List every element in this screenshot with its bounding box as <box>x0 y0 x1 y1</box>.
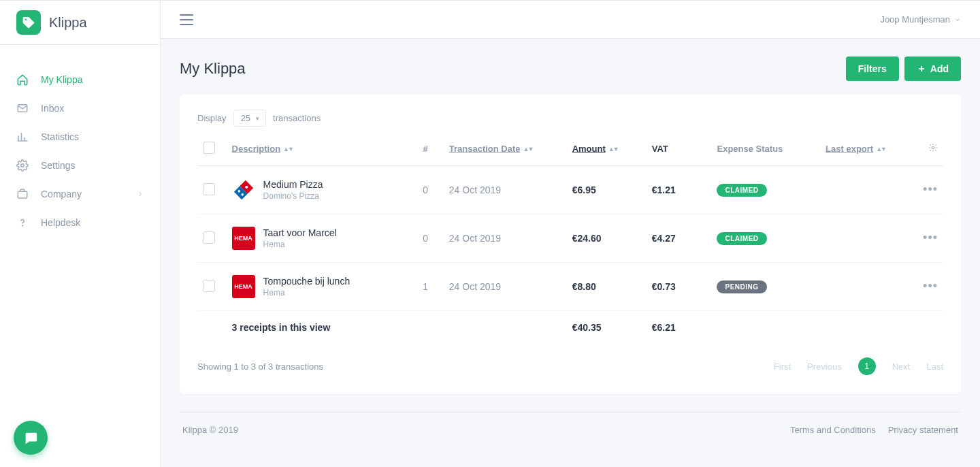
nav: My Klippa Inbox Statistics Settings Comp… <box>0 45 160 237</box>
vendor-logo <box>232 178 255 202</box>
svg-point-0 <box>25 19 27 21</box>
row-last-export <box>820 214 914 263</box>
main: Joop Muntjesman My Klippa Filters Add Di… <box>161 1 980 467</box>
row-subtitle: Hema <box>263 288 350 297</box>
sidebar-item-helpdesk[interactable]: Helpdesk <box>0 208 160 237</box>
sidebar-item-label: My Klippa <box>41 74 144 85</box>
mail-icon <box>16 102 29 114</box>
page-last[interactable]: Last <box>926 361 943 372</box>
page-title: My Klippa <box>180 60 246 78</box>
content: My Klippa Filters Add Display 25 transac… <box>161 39 980 467</box>
vendor-logo: HEMA <box>232 227 255 250</box>
page-number[interactable]: 1 <box>858 357 876 375</box>
terms-link[interactable]: Terms and Conditions <box>790 425 876 435</box>
footer: Klippa © 2019 Terms and Conditions Priva… <box>180 412 961 447</box>
chart-icon <box>16 131 29 143</box>
add-button[interactable]: Add <box>904 57 961 81</box>
sidebar-item-inbox[interactable]: Inbox <box>0 94 160 123</box>
row-last-export <box>820 263 914 311</box>
question-icon <box>16 216 29 229</box>
sort-icon: ▲▼ <box>608 146 618 152</box>
table-row[interactable]: HEMATompouche bij lunchHema124 Oct 2019€… <box>197 263 943 311</box>
row-title: Tompouche bij lunch <box>263 276 350 287</box>
sidebar-item-statistics[interactable]: Statistics <box>0 123 160 151</box>
row-date: 24 Oct 2019 <box>444 166 567 214</box>
chat-icon <box>23 430 38 445</box>
col-header-hash: # <box>408 136 444 166</box>
svg-point-4 <box>22 225 22 226</box>
sidebar: Klippa My Klippa Inbox Statistics Settin… <box>0 1 161 467</box>
pagination: First Previous 1 Next Last <box>774 357 943 375</box>
row-checkbox[interactable] <box>203 183 215 195</box>
row-checkbox[interactable] <box>203 231 215 244</box>
row-title: Medium Pizza <box>263 179 323 190</box>
page-size-value: 25 <box>241 113 250 123</box>
summary-amount: €40.35 <box>567 311 647 346</box>
table-settings[interactable] <box>914 136 943 166</box>
display-label: Display <box>197 113 227 123</box>
user-name: Joop Muntjesman <box>880 14 950 25</box>
gear-icon <box>928 143 938 152</box>
sort-icon: ▲▼ <box>283 146 293 152</box>
col-header-vat: VAT <box>647 136 712 166</box>
row-checkbox[interactable] <box>203 280 215 292</box>
sidebar-item-label: Helpdesk <box>41 217 144 228</box>
page-size-select[interactable]: 25 <box>233 110 266 127</box>
select-all-checkbox[interactable] <box>203 142 215 154</box>
sidebar-item-label: Company <box>41 189 125 199</box>
row-actions-menu[interactable]: ••• <box>923 182 938 196</box>
row-amount: €24.60 <box>567 214 647 263</box>
row-amount: €8.80 <box>567 263 647 311</box>
row-actions-menu[interactable]: ••• <box>923 279 938 293</box>
add-label: Add <box>930 63 949 74</box>
brand[interactable]: Klippa <box>0 1 160 45</box>
row-hash: 0 <box>408 214 444 263</box>
table-row[interactable]: Medium PizzaDomino's Pizza024 Oct 2019€6… <box>197 166 943 214</box>
sidebar-item-label: Inbox <box>41 103 144 114</box>
transactions-table: Description▲▼ # Transaction Date▲▼ Amoun… <box>197 136 943 345</box>
filters-label: Filters <box>858 63 887 74</box>
filters-button[interactable]: Filters <box>846 57 899 81</box>
col-header-transaction-date[interactable]: Transaction Date▲▼ <box>444 136 567 166</box>
page-prev[interactable]: Previous <box>807 361 842 372</box>
menu-toggle[interactable] <box>180 14 193 25</box>
row-subtitle: Domino's Pizza <box>263 191 323 201</box>
row-vat: €0.73 <box>647 263 712 311</box>
sidebar-item-company[interactable]: Company <box>0 180 160 208</box>
sort-icon: ▲▼ <box>523 146 533 152</box>
sort-icon: ▲▼ <box>876 146 885 152</box>
page-next[interactable]: Next <box>892 361 911 372</box>
col-header-amount[interactable]: Amount▲▼ <box>567 136 647 166</box>
table-row[interactable]: HEMATaart voor MarcelHema024 Oct 2019€24… <box>197 214 943 263</box>
row-vat: €4.27 <box>647 214 712 263</box>
privacy-link[interactable]: Privacy statement <box>888 425 958 435</box>
showing-text: Showing 1 to 3 of 3 transactions <box>197 361 323 372</box>
row-amount: €6.95 <box>567 166 647 214</box>
page-first[interactable]: First <box>774 361 791 372</box>
chat-fab[interactable] <box>14 421 48 455</box>
chevron-down-icon <box>954 16 961 23</box>
status-badge: CLAIMED <box>717 232 766 245</box>
col-header-expense-status: Expense Status <box>711 136 820 166</box>
row-subtitle: Hema <box>263 240 337 249</box>
user-menu[interactable]: Joop Muntjesman <box>880 14 961 25</box>
col-header-last-export[interactable]: Last export▲▼ <box>820 136 914 166</box>
briefcase-icon <box>16 188 29 200</box>
row-actions-menu[interactable]: ••• <box>923 231 938 244</box>
sidebar-item-label: Statistics <box>41 131 144 142</box>
home-icon <box>16 74 29 86</box>
sidebar-item-my-klippa[interactable]: My Klippa <box>0 65 160 94</box>
sidebar-item-settings[interactable]: Settings <box>0 151 160 180</box>
sidebar-item-label: Settings <box>41 160 144 171</box>
row-title: Taart voor Marcel <box>263 227 337 238</box>
display-suffix: transactions <box>273 113 321 123</box>
summary-label: 3 receipts in this view <box>227 311 408 346</box>
row-date: 24 Oct 2019 <box>444 214 567 263</box>
vendor-logo: HEMA <box>232 275 255 298</box>
transactions-card: Display 25 transactions Description▲▼ # … <box>180 95 961 394</box>
topbar: Joop Muntjesman <box>161 1 980 39</box>
col-header-description[interactable]: Description▲▼ <box>227 136 408 166</box>
chevron-right-icon <box>137 189 144 199</box>
brand-name: Klippa <box>49 15 87 31</box>
row-vat: €1.21 <box>647 166 712 214</box>
